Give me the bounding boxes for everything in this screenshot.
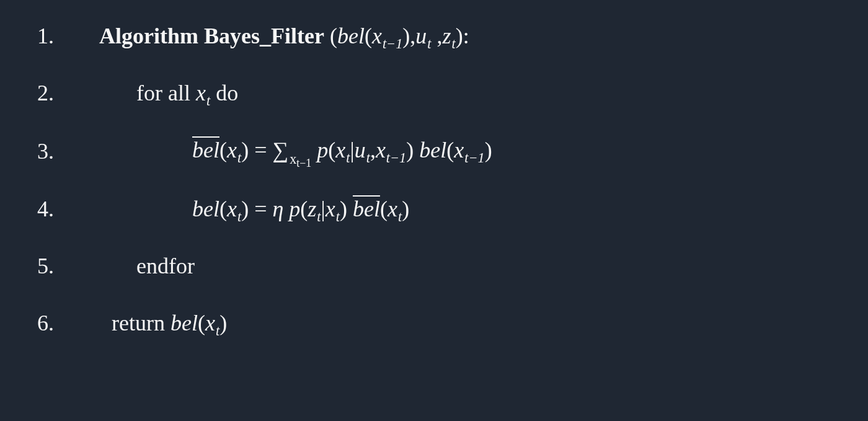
paren: ) [485, 138, 492, 162]
sub-t: t [317, 210, 321, 224]
bel-fn: bel [192, 197, 219, 221]
paren: ) [241, 197, 249, 221]
paren: ) [340, 197, 347, 221]
algorithm-pseudocode: 1. Algorithm Bayes_Filter (bel(xt−1),ut … [37, 25, 831, 334]
paren: ) [241, 138, 249, 162]
space [311, 138, 317, 162]
line-number: 1. [37, 25, 99, 47]
sub-t: t [336, 210, 340, 224]
line-content: bel(xt) = η p(zt|xt) bel(xt) [99, 198, 831, 220]
paren: ) [406, 138, 414, 162]
var-x: x [454, 138, 464, 162]
space [414, 138, 419, 162]
var-x: x [326, 197, 335, 221]
args-close: ): [456, 24, 469, 48]
sub-t: t [366, 151, 370, 165]
var-x: x [196, 81, 206, 105]
sub-tm1: t−1 [464, 151, 484, 165]
paren: ( [365, 24, 372, 48]
bel-fn: bel [170, 311, 198, 335]
endfor-kw: endfor [136, 254, 195, 278]
var-x: x [335, 138, 345, 162]
sum-sub: xt−1 [290, 153, 311, 169]
sub-t: t [452, 37, 456, 51]
algo-line-4: 4. bel(xt) = η p(zt|xt) bel(xt) [37, 198, 831, 220]
var-x: x [372, 24, 382, 48]
algo-line-3: 3. bel(xt) = ∑xt−1 p(xt|ut,xt−1) bel(xt−… [37, 139, 831, 163]
line-number: 6. [37, 312, 99, 334]
var-x: x [388, 197, 397, 221]
paren: ( [328, 138, 335, 162]
algo-line-6: 6. return bel(xt) [37, 312, 831, 334]
var-u: u [355, 138, 366, 162]
algo-line-1: 1. Algorithm Bayes_Filter (bel(xt−1),ut … [37, 25, 831, 47]
paren: ( [446, 138, 454, 162]
var-z: z [443, 24, 451, 48]
forall-kw: for all [136, 81, 196, 105]
paren: ) [219, 311, 227, 335]
bel-bar: bel [353, 197, 380, 221]
sub-t: t [237, 210, 241, 224]
p-fn: p [317, 138, 328, 162]
algo-line-2: 2. for all xt do [37, 82, 831, 104]
sub-t: t [216, 324, 219, 338]
line-number: 5. [37, 255, 99, 277]
sub-tm1: t−1 [386, 151, 406, 165]
comma: , [432, 24, 443, 48]
var-x: x [227, 197, 237, 221]
paren: ) [402, 197, 409, 221]
var-u: u [415, 24, 427, 48]
paren: ( [198, 311, 205, 335]
var-x: x [205, 311, 215, 335]
eq: = [249, 197, 272, 221]
line-content: return bel(xt) [99, 312, 831, 334]
paren: ( [300, 197, 308, 221]
var-x: x [227, 138, 237, 162]
sub-t: t [427, 37, 431, 51]
var-x: x [376, 138, 386, 162]
bel-fn: bel [337, 24, 365, 48]
paren: ( [219, 138, 227, 162]
sub-tm1: t−1 [383, 37, 402, 51]
line-content: for all xt do [99, 82, 831, 104]
sub-t: t [398, 210, 402, 224]
sub-t: t [206, 94, 210, 108]
do-kw: do [210, 81, 238, 105]
line-number: 2. [37, 82, 99, 104]
algorithm-title: Algorithm Bayes_Filter [99, 24, 324, 48]
line-content: bel(xt) = ∑xt−1 p(xt|ut,xt−1) bel(xt−1) [99, 139, 831, 163]
args-open: ( [324, 24, 337, 48]
space [347, 197, 353, 221]
line-content: endfor [99, 255, 831, 277]
paren: ), [402, 24, 415, 48]
sub-t: t [237, 151, 241, 165]
bel-fn: bel [419, 138, 446, 162]
paren: ( [219, 197, 227, 221]
p-fn: p [289, 197, 300, 221]
paren: ( [380, 197, 388, 221]
eq: = [249, 138, 272, 162]
line-content: Algorithm Bayes_Filter (bel(xt−1),ut ,zt… [99, 25, 831, 47]
bel-bar: bel [192, 138, 219, 162]
algo-line-5: 5. endfor [37, 255, 831, 277]
line-number: 3. [37, 140, 99, 162]
pipe: | [321, 197, 326, 221]
comma: , [370, 138, 376, 162]
sigma-icon: ∑ [272, 138, 288, 162]
line-number: 4. [37, 198, 99, 220]
return-kw: return [112, 311, 170, 335]
sub-t: t [346, 151, 350, 165]
eta: η [272, 197, 289, 221]
var-z: z [308, 197, 316, 221]
pipe: | [350, 138, 354, 162]
